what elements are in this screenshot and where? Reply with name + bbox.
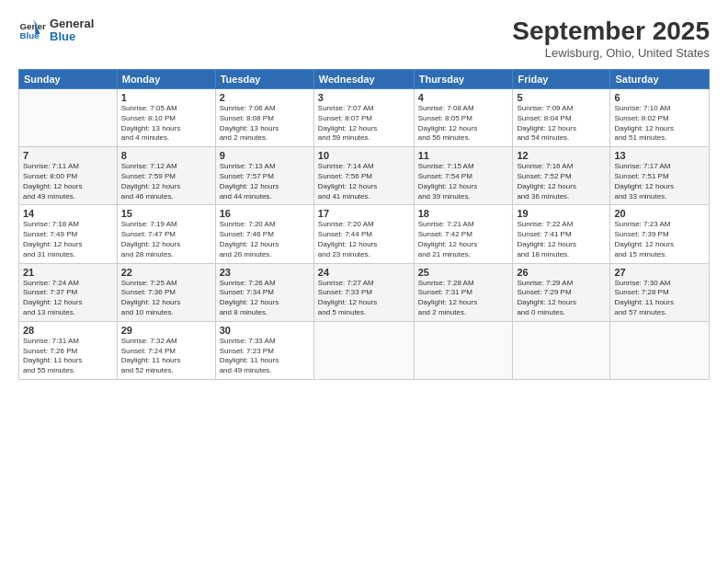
day-info: Sunrise: 7:23 AMSunset: 7:39 PMDaylight:… (614, 220, 705, 259)
day-number: 3 (318, 92, 410, 103)
svg-text:General: General (20, 21, 47, 31)
calendar-cell: 29Sunrise: 7:32 AMSunset: 7:24 PMDayligh… (117, 321, 215, 379)
day-number: 9 (220, 150, 310, 161)
calendar-cell: 24Sunrise: 7:27 AMSunset: 7:33 PMDayligh… (313, 263, 414, 321)
day-info: Sunrise: 7:06 AMSunset: 8:08 PMDaylight:… (220, 104, 310, 144)
weekday-header-sunday: Sunday (19, 70, 118, 89)
day-info: Sunrise: 7:22 AMSunset: 7:41 PMDaylight:… (517, 220, 606, 259)
calendar-cell (513, 321, 610, 379)
day-info: Sunrise: 7:30 AMSunset: 7:28 PMDaylight:… (614, 279, 705, 318)
weekday-header-wednesday: Wednesday (313, 70, 414, 89)
day-info: Sunrise: 7:32 AMSunset: 7:24 PMDaylight:… (121, 337, 211, 376)
day-number: 5 (517, 92, 606, 103)
calendar-cell: 20Sunrise: 7:23 AMSunset: 7:39 PMDayligh… (610, 205, 710, 263)
calendar-cell: 21Sunrise: 7:24 AMSunset: 7:37 PMDayligh… (19, 263, 118, 321)
calendar-cell: 7Sunrise: 7:11 AMSunset: 8:00 PMDaylight… (19, 147, 118, 205)
day-number: 30 (220, 325, 310, 336)
logo-line2: Blue (50, 30, 94, 43)
day-info: Sunrise: 7:08 AMSunset: 8:05 PMDaylight:… (418, 104, 509, 144)
calendar-cell: 9Sunrise: 7:13 AMSunset: 7:57 PMDaylight… (215, 147, 313, 205)
logo: General Blue General Blue (18, 17, 94, 44)
calendar-cell: 25Sunrise: 7:28 AMSunset: 7:31 PMDayligh… (414, 263, 513, 321)
month-title: September 2025 (512, 17, 710, 46)
day-info: Sunrise: 7:21 AMSunset: 7:42 PMDaylight:… (418, 220, 509, 259)
weekday-header-friday: Friday (513, 70, 610, 89)
day-number: 28 (23, 325, 113, 336)
calendar-cell: 5Sunrise: 7:09 AMSunset: 8:04 PMDaylight… (513, 89, 610, 147)
calendar-cell: 8Sunrise: 7:12 AMSunset: 7:59 PMDaylight… (117, 147, 215, 205)
day-number: 16 (220, 208, 310, 219)
weekday-header-monday: Monday (117, 70, 215, 89)
day-number: 27 (614, 267, 705, 278)
weekday-header-tuesday: Tuesday (215, 70, 313, 89)
day-number: 20 (614, 208, 705, 219)
calendar-cell: 13Sunrise: 7:17 AMSunset: 7:51 PMDayligh… (610, 147, 710, 205)
calendar-cell: 22Sunrise: 7:25 AMSunset: 7:36 PMDayligh… (117, 263, 215, 321)
day-number: 17 (318, 208, 410, 219)
day-number: 24 (318, 267, 410, 278)
day-info: Sunrise: 7:16 AMSunset: 7:52 PMDaylight:… (517, 162, 606, 201)
day-number: 15 (121, 208, 211, 219)
calendar-cell: 4Sunrise: 7:08 AMSunset: 8:05 PMDaylight… (414, 89, 513, 147)
location: Lewisburg, Ohio, United States (512, 46, 710, 60)
day-info: Sunrise: 7:11 AMSunset: 8:00 PMDaylight:… (23, 162, 113, 201)
day-info: Sunrise: 7:20 AMSunset: 7:44 PMDaylight:… (318, 220, 410, 259)
calendar-cell: 16Sunrise: 7:20 AMSunset: 7:46 PMDayligh… (215, 205, 313, 263)
day-info: Sunrise: 7:12 AMSunset: 7:59 PMDaylight:… (121, 162, 211, 201)
day-number: 12 (517, 150, 606, 161)
day-info: Sunrise: 7:25 AMSunset: 7:36 PMDaylight:… (121, 279, 211, 318)
calendar: SundayMondayTuesdayWednesdayThursdayFrid… (18, 69, 710, 380)
day-number: 14 (23, 208, 113, 219)
calendar-cell: 18Sunrise: 7:21 AMSunset: 7:42 PMDayligh… (414, 205, 513, 263)
day-number: 8 (121, 150, 211, 161)
day-info: Sunrise: 7:19 AMSunset: 7:47 PMDaylight:… (121, 220, 211, 259)
calendar-cell: 28Sunrise: 7:31 AMSunset: 7:26 PMDayligh… (19, 321, 118, 379)
calendar-cell: 1Sunrise: 7:05 AMSunset: 8:10 PMDaylight… (117, 89, 215, 147)
calendar-cell: 19Sunrise: 7:22 AMSunset: 7:41 PMDayligh… (513, 205, 610, 263)
calendar-cell: 14Sunrise: 7:18 AMSunset: 7:49 PMDayligh… (19, 205, 118, 263)
day-number: 21 (23, 267, 113, 278)
day-number: 13 (614, 150, 705, 161)
day-number: 6 (614, 92, 705, 103)
calendar-cell (610, 321, 710, 379)
calendar-cell: 10Sunrise: 7:14 AMSunset: 7:56 PMDayligh… (313, 147, 414, 205)
day-info: Sunrise: 7:29 AMSunset: 7:29 PMDaylight:… (517, 279, 606, 318)
day-number: 10 (318, 150, 410, 161)
day-number: 25 (418, 267, 509, 278)
day-info: Sunrise: 7:33 AMSunset: 7:23 PMDaylight:… (220, 337, 310, 376)
day-info: Sunrise: 7:10 AMSunset: 8:02 PMDaylight:… (614, 104, 705, 144)
day-number: 22 (121, 267, 211, 278)
calendar-cell: 11Sunrise: 7:15 AMSunset: 7:54 PMDayligh… (414, 147, 513, 205)
calendar-cell (414, 321, 513, 379)
calendar-cell: 30Sunrise: 7:33 AMSunset: 7:23 PMDayligh… (215, 321, 313, 379)
day-info: Sunrise: 7:09 AMSunset: 8:04 PMDaylight:… (517, 104, 606, 144)
calendar-cell: 26Sunrise: 7:29 AMSunset: 7:29 PMDayligh… (513, 263, 610, 321)
day-info: Sunrise: 7:26 AMSunset: 7:34 PMDaylight:… (220, 279, 310, 318)
day-number: 2 (220, 92, 310, 103)
day-number: 23 (220, 267, 310, 278)
calendar-cell: 2Sunrise: 7:06 AMSunset: 8:08 PMDaylight… (215, 89, 313, 147)
day-number: 7 (23, 150, 113, 161)
day-number: 26 (517, 267, 606, 278)
calendar-cell (313, 321, 414, 379)
day-number: 4 (418, 92, 509, 103)
day-info: Sunrise: 7:18 AMSunset: 7:49 PMDaylight:… (23, 220, 113, 259)
calendar-cell (19, 89, 118, 147)
day-info: Sunrise: 7:20 AMSunset: 7:46 PMDaylight:… (220, 220, 310, 259)
day-number: 1 (121, 92, 211, 103)
day-info: Sunrise: 7:14 AMSunset: 7:56 PMDaylight:… (318, 162, 410, 201)
day-info: Sunrise: 7:15 AMSunset: 7:54 PMDaylight:… (418, 162, 509, 201)
day-number: 11 (418, 150, 509, 161)
day-info: Sunrise: 7:17 AMSunset: 7:51 PMDaylight:… (614, 162, 705, 201)
day-info: Sunrise: 7:28 AMSunset: 7:31 PMDaylight:… (418, 279, 509, 318)
day-info: Sunrise: 7:31 AMSunset: 7:26 PMDaylight:… (23, 337, 113, 376)
calendar-cell: 6Sunrise: 7:10 AMSunset: 8:02 PMDaylight… (610, 89, 710, 147)
day-number: 19 (517, 208, 606, 219)
day-info: Sunrise: 7:27 AMSunset: 7:33 PMDaylight:… (318, 279, 410, 318)
day-info: Sunrise: 7:13 AMSunset: 7:57 PMDaylight:… (220, 162, 310, 201)
logo-line1: General (50, 17, 94, 30)
day-number: 18 (418, 208, 509, 219)
calendar-cell: 17Sunrise: 7:20 AMSunset: 7:44 PMDayligh… (313, 205, 414, 263)
day-info: Sunrise: 7:24 AMSunset: 7:37 PMDaylight:… (23, 279, 113, 318)
weekday-header-thursday: Thursday (414, 70, 513, 89)
